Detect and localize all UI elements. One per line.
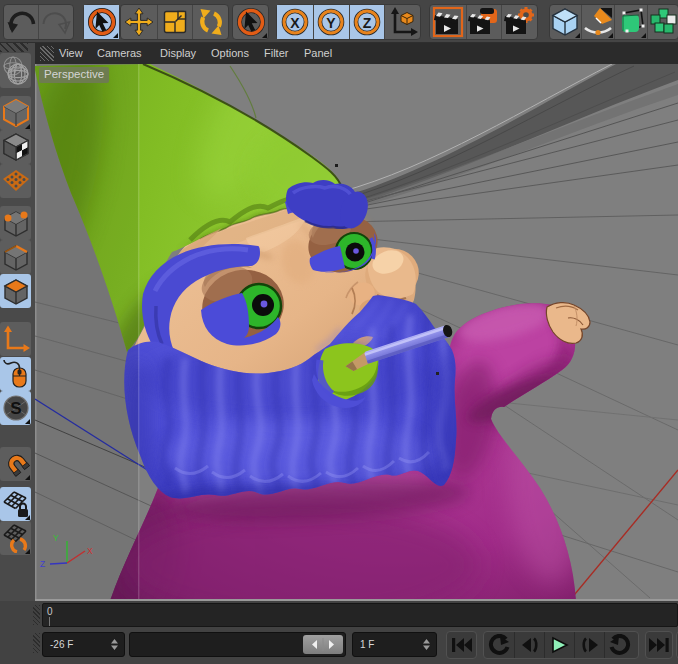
svg-text:Z: Z [40,559,45,569]
svg-text:S: S [10,399,21,418]
svg-text:Z: Z [363,15,372,31]
svg-text:X: X [290,15,300,31]
svg-text:Y: Y [53,533,59,543]
svg-text:X: X [87,546,93,556]
svg-text:Y: Y [326,15,336,31]
